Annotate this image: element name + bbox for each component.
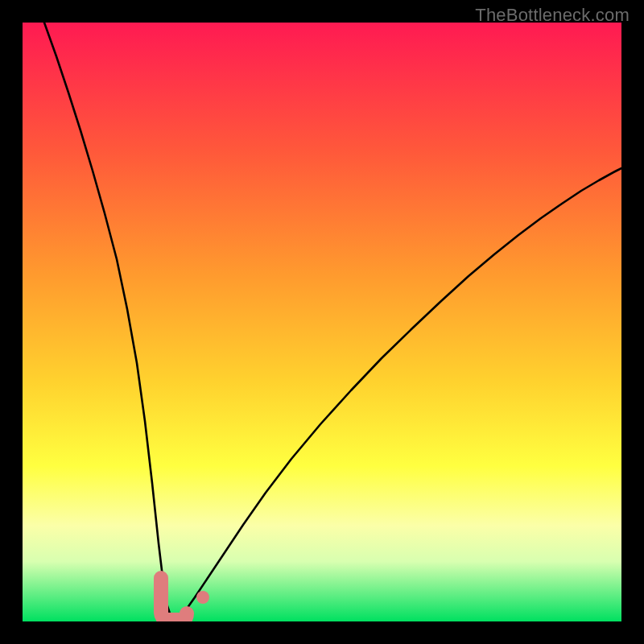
marker-dot bbox=[196, 591, 209, 604]
watermark-text: TheBottleneck.com bbox=[475, 5, 630, 26]
bottleneck-chart bbox=[0, 0, 644, 644]
chart-frame: { "watermark": "TheBottleneck.com", "col… bbox=[0, 0, 644, 644]
plot-background bbox=[23, 23, 621, 621]
